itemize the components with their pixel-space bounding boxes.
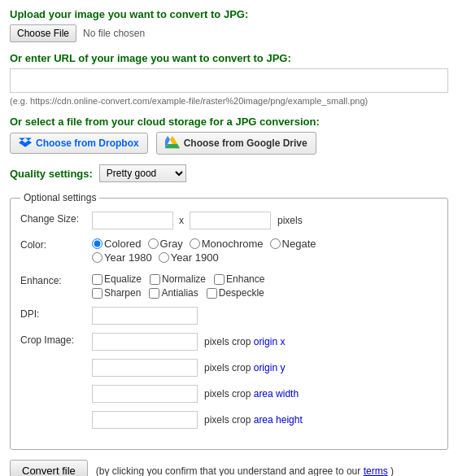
crop-area-width-input[interactable] xyxy=(92,385,198,403)
dpi-row: DPI: xyxy=(20,307,438,325)
dropbox-button[interactable]: Choose from Dropbox xyxy=(10,133,148,154)
url-title: Or enter URL of your image you want to c… xyxy=(10,52,448,64)
crop-row: Crop Image: pixels crop origin x pixels … xyxy=(20,333,438,433)
gdrive-icon xyxy=(165,136,180,151)
color-year1980[interactable]: Year 1980 xyxy=(92,251,152,264)
crop-origin-y-row: pixels crop origin y xyxy=(92,359,303,377)
crop-origin-y-label: pixels crop origin y xyxy=(204,362,285,373)
upload-row: Choose File No file chosen xyxy=(10,24,448,42)
convert-agreement-text: (by clicking you confirm that you unders… xyxy=(96,465,394,477)
color-year1900[interactable]: Year 1900 xyxy=(159,251,219,264)
enhance-antialias[interactable]: Antialias xyxy=(149,287,198,299)
cloud-section: Or select a file from your cloud storage… xyxy=(10,116,448,155)
dpi-label: DPI: xyxy=(20,307,85,320)
crop-area-height-row: pixels crop area height xyxy=(92,411,303,429)
enhance-equalize[interactable]: Equalize xyxy=(92,273,142,285)
enhance-row: Enhance: Equalize Normalize Enhance xyxy=(20,273,438,299)
dpi-input[interactable] xyxy=(92,307,198,325)
crop-label: Crop Image: xyxy=(20,333,85,346)
crop-area-height-label: pixels crop area height xyxy=(204,414,303,426)
crop-area-height-input[interactable] xyxy=(92,411,198,429)
enhance-sharpen[interactable]: Sharpen xyxy=(92,287,141,299)
cloud-title: Or select a file from your cloud storage… xyxy=(10,116,448,128)
sharpen-checkbox[interactable] xyxy=(92,288,103,299)
color-monochrome-radio[interactable] xyxy=(190,238,200,249)
dropbox-icon xyxy=(19,137,32,150)
color-colored[interactable]: Colored xyxy=(92,238,142,250)
cloud-row: Choose from Dropbox Choose from Google D… xyxy=(10,132,448,155)
color-negate-radio[interactable] xyxy=(270,238,281,249)
convert-row: Convert file (by clicking you confirm th… xyxy=(10,460,448,476)
enhance-checkbox[interactable] xyxy=(214,274,225,285)
quality-select[interactable]: Pretty good Best quality Good quality No… xyxy=(99,164,186,182)
svg-marker-6 xyxy=(165,144,180,148)
color-colored-radio[interactable] xyxy=(92,238,103,249)
url-input[interactable] xyxy=(10,68,448,93)
color-negate[interactable]: Negate xyxy=(270,238,316,250)
antialias-checkbox[interactable] xyxy=(149,288,159,299)
optional-settings-fieldset: Optional settings Change Size: x pixels … xyxy=(10,192,448,450)
quality-label: Quality settings: xyxy=(10,168,93,180)
crop-area-width-label: pixels crop area width xyxy=(204,388,299,400)
upload-section: Upload your image you want to convert to… xyxy=(10,8,448,42)
no-file-text: No file chosen xyxy=(83,28,145,39)
x-separator: x xyxy=(179,215,184,226)
size-label: Change Size: xyxy=(20,212,85,225)
enhance-options: Equalize Normalize Enhance Sharpen xyxy=(92,273,269,299)
gdrive-label: Choose from Google Drive xyxy=(184,138,308,149)
enhance-despeckle[interactable]: Despeckle xyxy=(207,287,264,299)
color-gray[interactable]: Gray xyxy=(148,238,183,250)
color-row1: Colored Gray Monochrome Negate xyxy=(92,238,320,250)
url-example: (e.g. https://cdn.online-convert.com/exa… xyxy=(10,96,448,106)
change-size-row: Change Size: x pixels xyxy=(20,212,438,229)
crop-origin-x-label: pixels crop origin x xyxy=(204,336,285,347)
quality-row: Quality settings: Pretty good Best quali… xyxy=(10,164,448,182)
enhance-normalize[interactable]: Normalize xyxy=(150,273,206,285)
pixels-label: pixels xyxy=(277,215,303,226)
color-gray-radio[interactable] xyxy=(148,238,159,249)
crop-area-width-row: pixels crop area width xyxy=(92,385,303,403)
gdrive-button[interactable]: Choose from Google Drive xyxy=(156,132,316,155)
size-height-input[interactable] xyxy=(190,212,271,229)
color-monochrome[interactable]: Monochrome xyxy=(190,238,264,250)
color-year1900-radio[interactable] xyxy=(159,252,169,263)
size-inputs: x pixels xyxy=(92,212,303,229)
enhance-label: Enhance: xyxy=(20,273,85,286)
enhance-enhance[interactable]: Enhance xyxy=(214,273,264,285)
color-options: Colored Gray Monochrome Negate xyxy=(92,238,320,265)
size-width-input[interactable] xyxy=(92,212,173,229)
enhance-row2: Sharpen Antialias Despeckle xyxy=(92,287,269,299)
choose-file-button[interactable]: Choose File xyxy=(10,24,76,42)
url-section: Or enter URL of your image you want to c… xyxy=(10,52,448,106)
normalize-checkbox[interactable] xyxy=(150,274,160,285)
crop-origin-y-input[interactable] xyxy=(92,359,198,377)
equalize-checkbox[interactable] xyxy=(92,274,103,285)
upload-title: Upload your image you want to convert to… xyxy=(10,8,448,20)
optional-legend: Optional settings xyxy=(20,192,99,203)
crop-origin-x-input[interactable] xyxy=(92,333,198,351)
dropbox-label: Choose from Dropbox xyxy=(36,138,139,149)
crop-inputs: pixels crop origin x pixels crop origin … xyxy=(92,333,303,433)
color-year1980-radio[interactable] xyxy=(92,252,103,263)
color-label: Color: xyxy=(20,238,85,251)
enhance-row1: Equalize Normalize Enhance xyxy=(92,273,269,285)
terms-link[interactable]: terms xyxy=(364,465,388,477)
color-row: Color: Colored Gray Monochrome Negate xyxy=(20,238,438,265)
crop-origin-x-row: pixels crop origin x xyxy=(92,333,303,351)
despeckle-checkbox[interactable] xyxy=(207,288,217,299)
convert-button[interactable]: Convert file xyxy=(10,460,88,476)
color-row2: Year 1980 Year 1900 xyxy=(92,251,320,264)
